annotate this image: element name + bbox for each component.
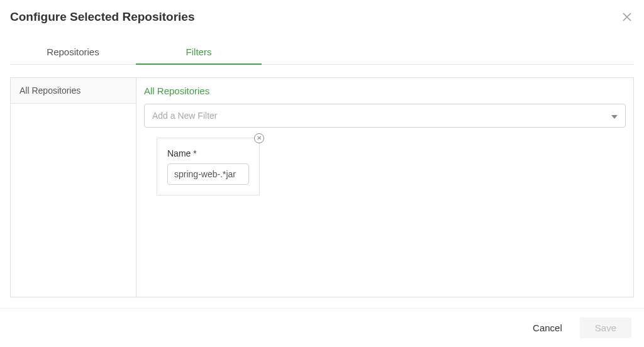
- dialog-footer: Cancel Save: [0, 308, 644, 347]
- right-panel-title: All Repositories: [144, 85, 626, 96]
- close-icon: [623, 14, 631, 23]
- right-panel: All Repositories Add a New Filter ✕ Name…: [136, 78, 633, 297]
- remove-filter-button[interactable]: ✕: [254, 133, 264, 143]
- close-icon: ✕: [257, 135, 262, 141]
- dropdown-placeholder: Add a New Filter: [152, 111, 217, 121]
- dialog-title: Configure Selected Repositories: [10, 10, 195, 24]
- save-button[interactable]: Save: [580, 317, 631, 338]
- tabs: Repositories Filters: [10, 40, 634, 65]
- tab-filters[interactable]: Filters: [136, 40, 262, 65]
- content-box: All Repositories All Repositories Add a …: [10, 77, 634, 297]
- dialog-header: Configure Selected Repositories: [10, 10, 634, 25]
- close-button[interactable]: [620, 10, 634, 25]
- add-filter-dropdown[interactable]: Add a New Filter: [144, 104, 626, 128]
- cancel-button[interactable]: Cancel: [525, 317, 570, 338]
- configure-repositories-dialog: Configure Selected Repositories Reposito…: [0, 0, 644, 347]
- left-panel: All Repositories: [11, 78, 136, 297]
- sidebar-item-all-repositories[interactable]: All Repositories: [11, 78, 136, 104]
- filter-name-label: Name *: [167, 148, 249, 158]
- filter-card-name: ✕ Name *: [157, 138, 260, 196]
- chevron-down-icon: [611, 111, 618, 121]
- filter-name-input[interactable]: [167, 163, 249, 185]
- tab-repositories[interactable]: Repositories: [10, 40, 136, 65]
